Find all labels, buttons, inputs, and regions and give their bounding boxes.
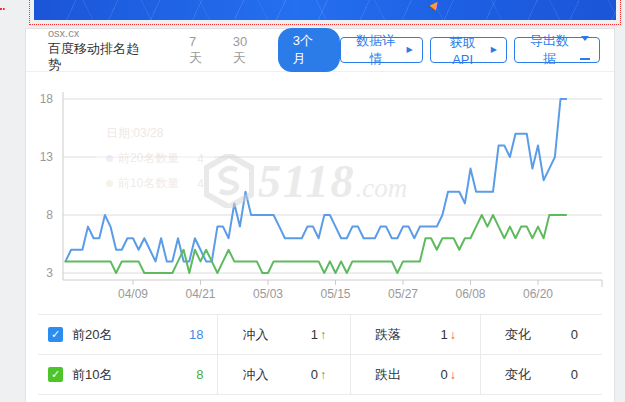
caret-right-icon: ▶ xyxy=(406,46,412,54)
download-icon xyxy=(580,41,590,60)
data-detail-button[interactable]: 数据详情 ▶ xyxy=(340,37,422,63)
svg-text:06/20: 06/20 xyxy=(523,287,553,301)
chart-canvas: 38131804/0904/2105/0305/1505/2706/0806/2… xyxy=(26,72,616,307)
stat-cell: 跌落 1↓ xyxy=(351,315,481,354)
stat-cell: 跌出 0↓ xyxy=(351,355,481,394)
panel-header: osx.cx 百度移动排名趋势 7天 30天 3个月 数据详情 ▶ 获取API … xyxy=(26,29,614,72)
series-cell-top20: ✓ 前20名 18 xyxy=(38,315,218,354)
export-data-label: 导出数据 xyxy=(524,32,575,68)
check-icon: ✓ xyxy=(51,368,60,381)
caret-right-icon: ▶ xyxy=(491,46,497,54)
stats-table: ✓ 前20名 18 冲入 1↑ 跌落 1↓ 变化 0 ✓ 前10名 8 xyxy=(38,314,602,395)
banner-mesh-pattern xyxy=(34,0,616,20)
data-detail-label: 数据详情 xyxy=(350,32,401,68)
stat-value: 0 xyxy=(571,327,578,342)
stat-value: 1 xyxy=(311,327,318,342)
range-tabs: 7天 30天 3个月 xyxy=(177,28,340,72)
series-cell-top10: ✓ 前10名 8 xyxy=(38,355,218,394)
ad-banner[interactable]: ▲ xyxy=(34,0,616,20)
ad-banner-selection-border: ▲ xyxy=(29,0,621,25)
stat-value: 0 xyxy=(311,367,318,382)
svg-text:05/03: 05/03 xyxy=(253,287,283,301)
svg-text:18: 18 xyxy=(40,92,54,106)
trend-chart[interactable]: 38131804/0904/2105/0305/1505/2706/0806/2… xyxy=(26,72,614,307)
stat-value: 0 xyxy=(440,367,447,382)
series-total: 8 xyxy=(196,367,203,382)
svg-text:05/15: 05/15 xyxy=(320,287,350,301)
stat-cell: 冲入 1↑ xyxy=(218,315,351,354)
svg-text:04/21: 04/21 xyxy=(185,287,215,301)
stat-label: 跌出 xyxy=(375,366,401,384)
tab-3-months[interactable]: 3个月 xyxy=(278,28,341,72)
top20-checkbox[interactable]: ✓ xyxy=(48,327,63,342)
series-name: 前10名 xyxy=(72,366,112,384)
stat-label: 变化 xyxy=(505,326,531,344)
tab-7-days[interactable]: 7天 xyxy=(177,30,221,71)
svg-text:13: 13 xyxy=(40,150,54,164)
stat-cell: 变化 0 xyxy=(481,315,602,354)
title-block: osx.cx 百度移动排名趋势 xyxy=(48,27,151,73)
stat-label: 冲入 xyxy=(242,326,268,344)
tab-30-days[interactable]: 30天 xyxy=(221,30,272,71)
header-actions: 数据详情 ▶ 获取API ▶ 导出数据 xyxy=(340,37,600,63)
stat-cell: 冲入 0↑ xyxy=(218,355,351,394)
export-data-button[interactable]: 导出数据 xyxy=(514,37,600,63)
arrow-up-icon: ↑ xyxy=(320,328,326,342)
svg-text:06/08: 06/08 xyxy=(455,287,485,301)
top10-checkbox[interactable]: ✓ xyxy=(48,367,63,382)
arrow-down-icon: ↓ xyxy=(450,368,456,382)
svg-text:04/09: 04/09 xyxy=(118,287,148,301)
left-edge-dash xyxy=(0,8,5,10)
page-title: 百度移动排名趋势 xyxy=(48,41,151,74)
check-icon: ✓ xyxy=(51,328,60,341)
stat-value: 0 xyxy=(571,367,578,382)
series-total: 18 xyxy=(189,327,203,342)
series-name: 前20名 xyxy=(72,326,112,344)
arrow-up-icon: ↑ xyxy=(320,368,326,382)
stat-label: 冲入 xyxy=(242,366,268,384)
table-row-top20: ✓ 前20名 18 冲入 1↑ 跌落 1↓ 变化 0 xyxy=(38,315,602,355)
table-row-top10: ✓ 前10名 8 冲入 0↑ 跌出 0↓ 变化 0 xyxy=(38,355,602,395)
svg-text:3: 3 xyxy=(46,266,53,280)
get-api-button[interactable]: 获取API ▶ xyxy=(430,37,507,63)
trend-panel: osx.cx 百度移动排名趋势 7天 30天 3个月 数据详情 ▶ 获取API … xyxy=(25,28,615,402)
svg-text:8: 8 xyxy=(46,208,53,222)
domain-label: osx.cx xyxy=(48,27,151,41)
get-api-label: 获取API xyxy=(440,34,486,67)
arrow-down-icon: ↓ xyxy=(450,328,456,342)
svg-text:05/27: 05/27 xyxy=(388,287,418,301)
stat-label: 跌落 xyxy=(375,326,401,344)
stat-value: 1 xyxy=(440,327,447,342)
stat-cell: 变化 0 xyxy=(481,355,602,394)
stat-label: 变化 xyxy=(505,366,531,384)
